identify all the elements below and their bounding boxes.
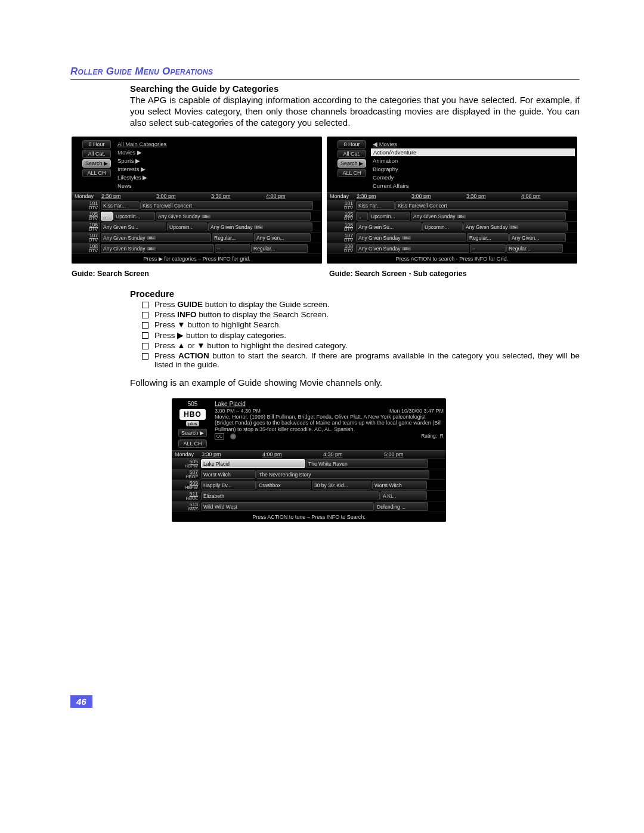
- program-cell[interactable]: Any Given Sunday18+: [208, 222, 312, 231]
- channel-cell[interactable]: 108DTV: [327, 243, 355, 253]
- checkbox-icon: [142, 353, 148, 360]
- time-slot: 3:00 pm: [156, 193, 211, 199]
- program-cell[interactable]: Upcomin...: [369, 212, 410, 221]
- program-title: Lake Placid: [215, 401, 444, 408]
- menu-item[interactable]: Sports ▶: [116, 157, 320, 165]
- channel-cell[interactable]: 509HBFW: [172, 480, 200, 490]
- program-cell[interactable]: Crashbox: [256, 481, 311, 490]
- time-slot: 4:00 pm: [521, 193, 576, 199]
- channel-cell[interactable]: 513MAX: [172, 501, 200, 512]
- channel-cell[interactable]: 107DTV: [72, 233, 100, 243]
- guide-search-screen: 8 HourAll Cat.Search ▶ALL CHAll Main Cat…: [72, 137, 322, 264]
- program-cell[interactable]: Any Given Sunday18+: [411, 212, 566, 221]
- channel-cell[interactable]: 108DTV: [72, 243, 100, 253]
- procedure-list: Press GUIDE button to display the Guide …: [142, 300, 580, 369]
- program-cell[interactable]: Kiss Farewell Concert: [395, 201, 568, 210]
- sidebar-button[interactable]: Search ▶: [82, 159, 111, 168]
- program-cell[interactable]: Any Given Sunday18+: [101, 244, 214, 253]
- program-cell[interactable]: Upcomin...: [422, 222, 463, 231]
- sidebar-button[interactable]: 8 Hour: [338, 140, 366, 148]
- checkbox-icon: [142, 312, 148, 318]
- program-cell[interactable]: Happily Ev...: [201, 481, 256, 490]
- menu-item[interactable]: Action/Adventure: [371, 148, 575, 156]
- menu-item[interactable]: Current Affairs: [371, 182, 575, 190]
- time-slot: 4:30 pm: [323, 451, 384, 457]
- menu-item[interactable]: News: [116, 182, 320, 190]
- menu-item[interactable]: All Main Categories: [116, 140, 320, 148]
- time-slot: 4:00 pm: [262, 451, 323, 457]
- program-cell[interactable]: Lake Placid: [201, 459, 305, 468]
- sidebar-button[interactable]: Search ▶: [178, 429, 207, 437]
- program-cell[interactable]: Any Given Sunday18+: [356, 233, 466, 242]
- cc-icon: CC: [215, 433, 224, 439]
- footer-hint: Press ACTION to search - Press INFO for …: [327, 254, 577, 264]
- sidebar-button[interactable]: Search ▶: [338, 159, 366, 168]
- program-cell[interactable]: Kiss Farewell Concert: [140, 201, 313, 210]
- program-cell[interactable]: Wild Wild West: [201, 502, 374, 511]
- subheading: Searching the Guide by Categories: [130, 83, 580, 94]
- program-cell[interactable]: Worst Witch: [201, 470, 256, 479]
- program-cell[interactable]: Elizabeth: [201, 491, 380, 500]
- channel-cell[interactable]: 105DTV: [327, 211, 355, 221]
- channel-cell[interactable]: 106DTV: [327, 222, 355, 232]
- menu-item[interactable]: Animation: [371, 157, 575, 165]
- menu-item[interactable]: Interests ▶: [116, 165, 320, 173]
- program-cell[interactable]: Kiss Far...: [356, 201, 395, 210]
- program-cell[interactable]: –: [470, 244, 506, 253]
- program-cell[interactable]: Kiss Far...: [101, 201, 140, 210]
- program-cell[interactable]: Any Given...: [254, 233, 311, 242]
- procedure-step: Press ▼ button to highlight Search.: [142, 320, 580, 329]
- program-cell[interactable]: Worst Witch: [372, 481, 427, 490]
- menu-item[interactable]: Comedy: [371, 174, 575, 181]
- program-cell[interactable]: –: [215, 244, 250, 253]
- sidebar-button[interactable]: ALL CH: [338, 169, 366, 177]
- channel-cell[interactable]: 101DTV: [327, 200, 355, 210]
- channel-cell[interactable]: 101DTV: [72, 200, 100, 210]
- program-cell[interactable]: ..: [101, 212, 113, 221]
- menu-item[interactable]: Biography: [371, 165, 575, 173]
- procedure-step: Press ▲ or ▼ button to highlight the des…: [142, 341, 580, 350]
- time-slot: 3:30 pm: [202, 451, 262, 457]
- channel-cell[interactable]: 107DTV: [327, 233, 355, 243]
- footer-hint: Press ACTION to tune – Press INFO to Sea…: [172, 512, 446, 522]
- program-cell[interactable]: ..: [356, 212, 368, 221]
- program-cell[interactable]: Any Given Su...: [101, 222, 166, 231]
- program-cell[interactable]: Upcomin...: [167, 222, 208, 231]
- time-slot: 2:30 pm: [357, 193, 411, 199]
- program-cell[interactable]: Any Given Sunday18+: [156, 212, 311, 221]
- sidebar-button[interactable]: ALL CH: [82, 169, 111, 177]
- menu-item[interactable]: Movies ▶: [116, 148, 320, 156]
- program-cell[interactable]: Regular...: [251, 244, 308, 253]
- program-cell[interactable]: Any Given Sunday18+: [356, 244, 469, 253]
- program-cell[interactable]: Regular...: [506, 244, 563, 253]
- current-datetime: Mon 10/30/00 3:47 PM: [389, 408, 444, 414]
- day-label: Monday: [73, 193, 101, 199]
- sidebar-button[interactable]: ALL CH: [178, 439, 207, 448]
- program-cell[interactable]: Regular...: [212, 233, 253, 242]
- sidebar-button[interactable]: 8 Hour: [82, 140, 111, 148]
- channel-cell[interactable]: 105DTV: [72, 211, 100, 221]
- channel-cell[interactable]: 511HBOL: [172, 491, 200, 501]
- channel-cell[interactable]: 507HBOF: [172, 469, 200, 479]
- sidebar-button[interactable]: All Cat.: [82, 150, 111, 158]
- footer-hint: Press ▶ for categories – Press INFO for …: [72, 254, 322, 264]
- program-cell[interactable]: Any Given Sunday18+: [101, 233, 211, 242]
- procedure-step: Press GUIDE button to display the Guide …: [142, 300, 580, 309]
- sidebar-button[interactable]: All Cat.: [338, 150, 366, 158]
- program-cell[interactable]: Any Given Su...: [356, 222, 422, 231]
- program-cell[interactable]: Any Given...: [509, 233, 566, 242]
- program-cell[interactable]: Defending ...: [374, 502, 428, 511]
- menu-back[interactable]: ◀ Movies: [371, 140, 575, 148]
- program-cell[interactable]: Upcomin...: [113, 212, 155, 221]
- program-cell[interactable]: Regular...: [467, 233, 509, 242]
- time-slot: 3:30 pm: [211, 193, 266, 199]
- program-cell[interactable]: The White Raven: [306, 459, 428, 468]
- channel-cell[interactable]: 106DTV: [72, 222, 100, 232]
- program-cell[interactable]: The Neverending Story: [256, 470, 429, 479]
- menu-item[interactable]: Lifestyles ▶: [116, 174, 320, 181]
- program-cell[interactable]: Any Given Sunday18+: [463, 222, 568, 231]
- program-cell[interactable]: 30 by 30: Kid...: [312, 481, 371, 490]
- channel-cell[interactable]: 505HBPW: [172, 459, 200, 469]
- program-cell[interactable]: A Ki...: [380, 491, 427, 500]
- program-time: 3:00 PM – 4:30 PM: [215, 408, 261, 414]
